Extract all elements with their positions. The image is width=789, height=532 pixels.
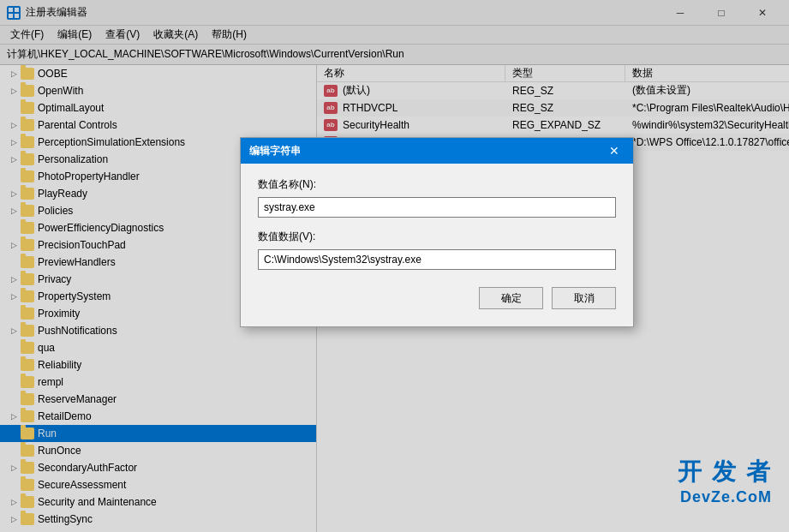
dialog-value-label: 数值数据(V): — [258, 230, 616, 244]
dialog-body: 数值名称(N): 数值数据(V): 确定 取消 — [241, 164, 633, 326]
dialog-overlay: 编辑字符串 ✕ 数值名称(N): 数值数据(V): 确定 取消 — [0, 0, 789, 532]
dialog-ok-button[interactable]: 确定 — [479, 287, 543, 309]
dialog-name-input[interactable] — [258, 197, 616, 218]
dialog-title: 编辑字符串 — [249, 144, 604, 158]
dialog-value-input[interactable] — [258, 249, 616, 270]
dialog-buttons: 确定 取消 — [258, 287, 616, 313]
edit-string-dialog: 编辑字符串 ✕ 数值名称(N): 数值数据(V): 确定 取消 — [240, 137, 634, 327]
dialog-title-bar: 编辑字符串 ✕ — [241, 138, 633, 164]
dialog-cancel-button[interactable]: 取消 — [552, 287, 616, 309]
dialog-close-button[interactable]: ✕ — [604, 140, 625, 161]
dialog-name-label: 数值名称(N): — [258, 177, 616, 192]
